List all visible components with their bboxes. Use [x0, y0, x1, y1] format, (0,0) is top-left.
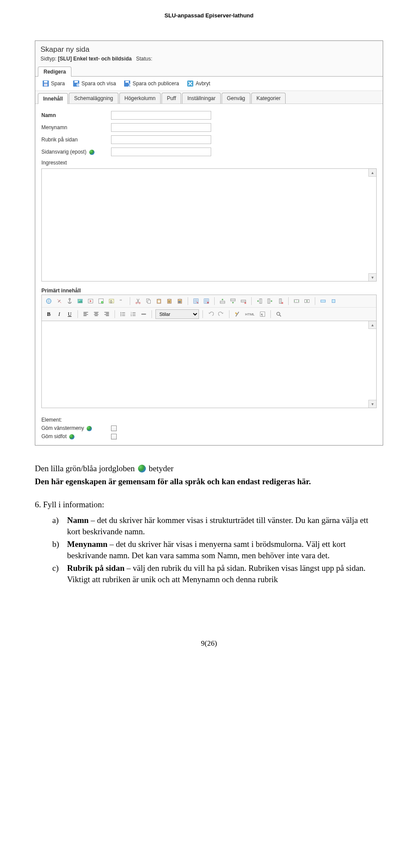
save-view-label: Spara och visa [81, 80, 116, 87]
table-cell-props-icon[interactable] [329, 297, 338, 305]
split-cells-icon[interactable] [292, 297, 301, 305]
svg-point-46 [121, 312, 121, 313]
scroll-up-icon[interactable]: ▴ [368, 321, 376, 329]
table-icon[interactable] [192, 297, 200, 305]
save-icon [42, 80, 49, 87]
svg-rect-31 [179, 298, 181, 300]
input-menynamn[interactable] [111, 123, 211, 132]
paste-word-icon[interactable]: W [175, 297, 184, 305]
save-publish-icon [124, 80, 131, 87]
status-label: Status: [136, 56, 152, 62]
dynamic-content-icon[interactable] [97, 297, 105, 305]
input-namn[interactable] [111, 111, 211, 120]
svg-rect-1 [44, 81, 47, 83]
svg-point-48 [121, 315, 121, 316]
underline-icon[interactable]: U [65, 310, 74, 318]
svg-text:W: W [179, 300, 181, 303]
step-c-text2: Viktigt att rubriken är unik och att Men… [67, 575, 278, 584]
label-namn: Namn [41, 112, 56, 118]
save-view-button[interactable]: Spara och visa [70, 79, 118, 88]
merge-cells-icon[interactable] [303, 297, 311, 305]
unlink-icon[interactable] [55, 297, 64, 305]
separator [130, 297, 130, 305]
page-number: 9(26) [0, 587, 418, 661]
row-before-icon[interactable] [218, 297, 227, 305]
checkbox-gom-sidfot[interactable] [111, 434, 117, 439]
p1-a: Den lilla grön/blåa jordgloben [35, 463, 135, 474]
svg-rect-23 [148, 300, 150, 303]
save-button[interactable]: Spara [40, 79, 67, 88]
tab-redigera[interactable]: Redigera [38, 67, 71, 77]
code-block-icon[interactable]: {} [107, 297, 116, 305]
copy-icon[interactable] [144, 297, 153, 305]
redo-icon[interactable] [217, 310, 226, 318]
separator [270, 310, 271, 318]
subtab-puff[interactable]: Puff [162, 93, 181, 104]
label-rubrik: Rubrik på sidan [41, 137, 78, 143]
globe-icon [138, 465, 146, 473]
scroll-up-icon[interactable]: ▴ [368, 169, 376, 177]
separator [288, 297, 289, 305]
insert-link-icon[interactable] [44, 297, 53, 305]
align-left-icon[interactable] [81, 310, 90, 318]
subtab-hogerkolumn[interactable]: Högerkolumn [119, 93, 161, 104]
paste-icon[interactable] [155, 297, 163, 305]
label-menynamn: Menynamn [41, 124, 67, 131]
html-icon[interactable]: HTML [243, 310, 256, 318]
scroll-down-icon[interactable]: ▾ [368, 273, 376, 281]
editor-title: Skapar ny sida [35, 41, 383, 55]
paste-text-icon[interactable]: T [165, 297, 174, 305]
hr-icon[interactable] [139, 310, 148, 318]
svg-point-13 [79, 300, 80, 301]
svg-rect-28 [169, 298, 170, 300]
subtab-genvag[interactable]: Genväg [222, 93, 250, 104]
subtab-schemalaggning[interactable]: Schemaläggning [69, 93, 118, 104]
scroll-down-icon[interactable]: ▾ [368, 400, 376, 408]
action-toolbar: Spara Spara och visa Spara och publicera… [35, 77, 383, 91]
table-delete-icon[interactable] [202, 297, 211, 305]
save-publish-button[interactable]: Spara och publicera [121, 79, 182, 88]
checkbox-gom-vanstermeny[interactable] [111, 426, 117, 431]
row-delete-icon[interactable] [239, 297, 248, 305]
ingresstext-editor[interactable]: ▴ ▾ [41, 168, 377, 282]
undo-icon[interactable] [206, 310, 215, 318]
media-icon[interactable] [86, 297, 95, 305]
align-right-icon[interactable] [102, 310, 111, 318]
subtab-kategorier[interactable]: Kategorier [251, 93, 286, 104]
primary-toolbar: {} “ T W [41, 295, 377, 321]
row-after-icon[interactable] [229, 297, 237, 305]
subtab-innehall[interactable]: Innehåll [38, 93, 68, 104]
bullet-list-icon[interactable] [118, 310, 127, 318]
cancel-button[interactable]: Avbryt [184, 79, 213, 88]
col-delete-icon[interactable] [276, 297, 285, 305]
quote-icon[interactable]: “ [118, 297, 126, 305]
subtab-installningar[interactable]: Inställningar [182, 93, 221, 104]
col-before-icon[interactable] [255, 297, 264, 305]
separator [251, 297, 252, 305]
cut-icon[interactable] [134, 297, 142, 305]
svg-rect-42 [305, 300, 307, 303]
svg-point-11 [69, 298, 71, 300]
instruction-text: Den lilla grön/blåa jordgloben betyder D… [35, 463, 383, 585]
label-primart: Primärt innehåll [41, 288, 81, 294]
special-char-icon[interactable]: ¶ [258, 310, 267, 318]
step-b-text: – det du skriver här visas i menyerna sa… [67, 540, 346, 560]
styles-select[interactable]: Stilar [155, 309, 199, 319]
primary-editor[interactable]: ▴ ▾ [41, 321, 377, 408]
input-rubrik[interactable] [111, 135, 211, 144]
search-icon[interactable] [274, 310, 283, 318]
input-sidansvarig[interactable] [111, 147, 211, 156]
align-center-icon[interactable] [92, 310, 101, 318]
image-icon[interactable] [76, 297, 84, 305]
table-row-props-icon[interactable] [319, 297, 327, 305]
remove-format-icon[interactable] [233, 310, 242, 318]
svg-point-16 [101, 301, 103, 303]
anchor-icon[interactable] [65, 297, 74, 305]
col-after-icon[interactable] [266, 297, 274, 305]
italic-icon[interactable]: I [55, 310, 64, 318]
svg-rect-43 [307, 300, 309, 303]
step-c-letter: c) [52, 563, 67, 585]
bold-icon[interactable]: B [44, 310, 53, 318]
numbered-list-icon[interactable]: 123 [129, 310, 138, 318]
svg-rect-45 [332, 300, 335, 303]
